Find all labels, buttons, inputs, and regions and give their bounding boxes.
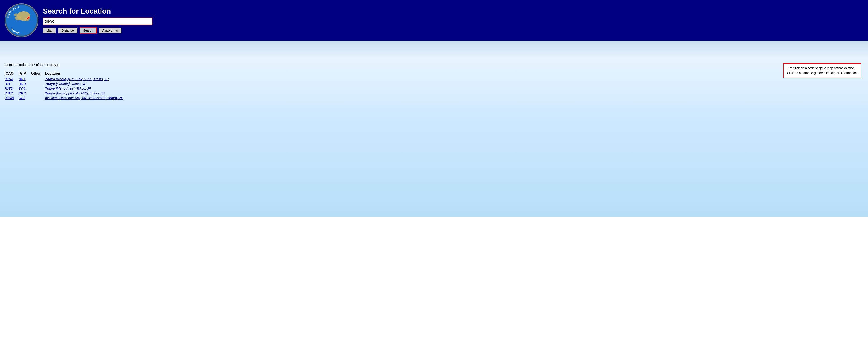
search-input[interactable] — [43, 18, 152, 25]
col-header-icao: ICAO — [4, 71, 19, 76]
icao-link[interactable]: RJTT — [4, 82, 13, 85]
table-row: RJTTHNDTokyo [Haneda], Tokyo, JP — [4, 81, 127, 86]
search-input-wrapper — [43, 17, 152, 25]
table-row: RJAANRTTokyo (Narita) [New Tokyo Intl], … — [4, 76, 127, 81]
iata-link[interactable]: HND — [19, 82, 26, 85]
iata-link[interactable]: OKO — [19, 91, 26, 95]
col-header-location: Location — [45, 71, 128, 76]
table-row: RJTDTYOTokyo [Metro Area], Tokyo, JP — [4, 86, 127, 91]
tip-line2: Click on a name to get detailed airport … — [787, 71, 858, 75]
iata-link[interactable]: TYO — [19, 86, 26, 90]
search-row — [43, 17, 864, 25]
search-button[interactable]: Search — [80, 27, 97, 34]
other-cell — [31, 81, 45, 86]
gradient-band — [0, 41, 868, 59]
other-cell — [31, 76, 45, 81]
map-button[interactable]: Map — [43, 28, 56, 33]
icao-link[interactable]: RJTY — [4, 91, 13, 95]
other-cell — [31, 91, 45, 96]
svg-point-3 — [15, 16, 22, 20]
tip-line1: Tip: Click on a code to get a map of tha… — [787, 66, 855, 70]
svg-point-5 — [14, 13, 18, 16]
location-link[interactable]: Tokyo [Metro Area], Tokyo, JP — [45, 86, 91, 90]
col-header-other: Other — [31, 71, 45, 76]
location-link[interactable]: Iwo Jima [Iwo Jima AB], Iwo Jima Island,… — [45, 96, 123, 100]
svg-point-9 — [27, 18, 28, 20]
page-title: Search for Location — [43, 7, 864, 15]
logo: GREAT CIRCLE MAPPER — [4, 3, 38, 37]
header-right: Search for Location Map Distance Search … — [43, 7, 864, 34]
svg-point-7 — [29, 18, 31, 20]
distance-button[interactable]: Distance — [58, 28, 77, 33]
icao-link[interactable]: RJAA — [4, 77, 13, 81]
location-link[interactable]: Tokyo [Haneda], Tokyo, JP — [45, 82, 86, 85]
query-bold: tokyo — [49, 63, 58, 67]
table-row: RJTYOKOTokyo (Fussa) [Yokota AFB], Tokyo… — [4, 91, 127, 96]
header: GREAT CIRCLE MAPPER Search for Location … — [0, 0, 868, 41]
icao-link[interactable]: RJTD — [4, 86, 13, 90]
col-header-iata: IATA — [19, 71, 31, 76]
results-table: ICAO IATA Other Location RJAANRTTokyo (N… — [4, 71, 127, 100]
table-row: RJAWIWOIwo Jima [Iwo Jima AB], Iwo Jima … — [4, 96, 127, 100]
other-cell — [31, 96, 45, 100]
main-content: Tip: Click on a code to get a map of tha… — [0, 59, 868, 217]
summary-text: Location codes 1-17 of 17 for — [4, 63, 49, 67]
buttons-row: Map Distance Search Airport Info — [43, 27, 864, 34]
tip-box: Tip: Click on a code to get a map of tha… — [783, 63, 861, 78]
iata-link[interactable]: IWO — [19, 96, 25, 100]
location-link[interactable]: Tokyo (Narita) [New Tokyo Intl], Chiba, … — [45, 77, 109, 81]
location-codes-summary: Location codes 1-17 of 17 for tokyo: — [4, 63, 864, 67]
airport-info-button[interactable]: Airport Info — [99, 28, 121, 33]
other-cell — [31, 86, 45, 91]
location-link[interactable]: Tokyo (Fussa) [Yokota AFB], Tokyo, JP — [45, 91, 105, 95]
icao-link[interactable]: RJAW — [4, 96, 14, 100]
svg-point-8 — [28, 17, 30, 19]
table-header-row: ICAO IATA Other Location — [4, 71, 127, 76]
iata-link[interactable]: NRT — [19, 77, 26, 81]
